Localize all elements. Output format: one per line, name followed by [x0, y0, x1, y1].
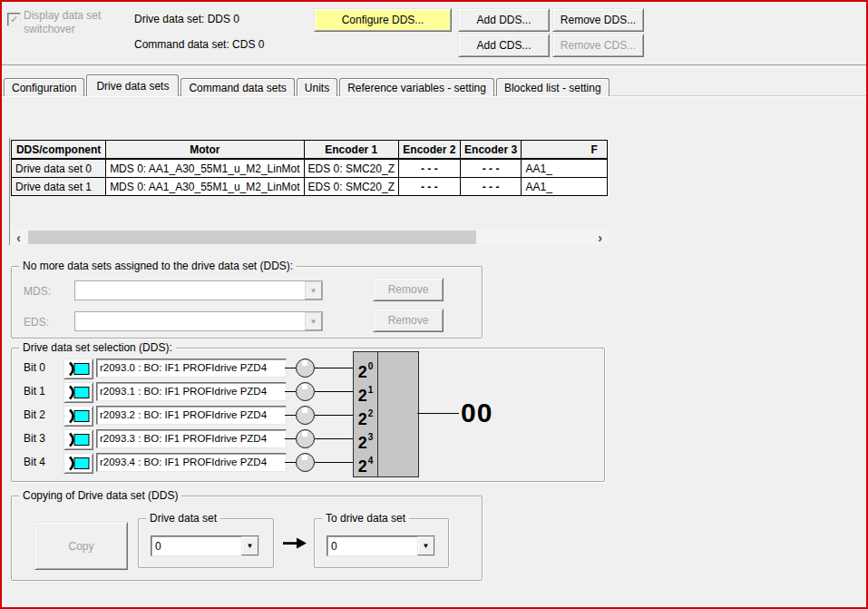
table-cell: - - -: [398, 178, 460, 196]
eds-combobox: ▼: [74, 311, 323, 331]
power-of-two-label: 22: [354, 406, 376, 426]
scroll-right-icon[interactable]: ›: [592, 230, 608, 245]
binector-node-icon: [296, 429, 315, 448]
power-of-two-label: 23: [354, 429, 376, 449]
node-notch: [302, 455, 307, 460]
bico-interconnect-icon[interactable]: [63, 359, 93, 379]
bit-signal-field[interactable]: r2093.3 : BO: IF1 PROFIdrive PZD4: [96, 429, 287, 448]
wire: [285, 438, 296, 439]
table-body: Drive data set 0MDS 0: AA1_A30_55M1_u_M2…: [12, 159, 608, 196]
check-icon: ✓: [10, 15, 18, 25]
power-of-two-label: 21: [354, 382, 376, 402]
table-row: Drive data set 0MDS 0: AA1_A30_55M1_u_M2…: [12, 159, 608, 178]
bit-signal-field[interactable]: r2093.0 : BO: IF1 PROFIdrive PZD4: [96, 359, 287, 378]
power-of-two-label: 20: [354, 359, 376, 378]
dds-selection-title: Drive data set selection (DDS):: [19, 341, 176, 354]
top-panel-divider: [2, 64, 866, 68]
column-header: Encoder 1: [304, 141, 398, 160]
table-cell: - - -: [398, 159, 460, 178]
column-header: F: [522, 141, 608, 160]
column-header: Motor: [106, 141, 304, 160]
bit-row-0: Bit 0r2093.0 : BO: IF1 PROFIdrive PZD4: [13, 359, 602, 378]
scroll-left-icon[interactable]: ‹: [11, 230, 26, 245]
node-notch: [302, 384, 307, 389]
mds-combobox-arrow-icon: ▼: [305, 281, 322, 300]
node-notch: [302, 431, 307, 437]
binector-node-icon: [296, 406, 315, 425]
bico-interconnect-icon[interactable]: [63, 429, 93, 450]
add-dds-button[interactable]: Add DDS...: [458, 8, 550, 32]
power-of-two-label: 24: [354, 453, 376, 473]
column-header: DDS/component: [12, 141, 106, 160]
copy-from-combobox[interactable]: 0 ▼: [151, 535, 259, 556]
tab-command-data-sets[interactable]: Command data sets: [180, 78, 294, 96]
drive-data-set-status: Drive data set: DDS 0: [134, 13, 239, 25]
copy-button: Copy: [34, 522, 128, 570]
table-cell: EDS 0: SMC20_Z: [304, 178, 398, 196]
copy-to-title: To drive data set: [322, 512, 409, 525]
tab-drive-data-sets[interactable]: Drive data sets: [86, 74, 179, 96]
remove-mds-button: Remove: [373, 278, 444, 301]
copy-from-value: 0: [151, 540, 241, 553]
copy-direction-arrow-icon: [282, 537, 307, 549]
table-cell: MDS 0: AA1_A30_55M1_u_M2_LinMot: [106, 178, 304, 196]
wire: [315, 391, 353, 392]
dds-settings-screen: ✓ Display data set switchover Drive data…: [0, 0, 868, 609]
bit-signal-field[interactable]: r2093.1 : BO: IF1 PROFIdrive PZD4: [96, 382, 287, 401]
tab-reference-variables-setting[interactable]: Reference variables - setting: [339, 78, 494, 96]
dds-component-table-viewport: DDS/componentMotorEncoder 1Encoder 2Enco…: [9, 138, 608, 245]
table-cell: EDS 0: SMC20_Z: [304, 159, 398, 178]
bit-label: Bit 2: [24, 408, 45, 421]
copy-group-title: Copying of Drive data set (DDS): [19, 489, 181, 502]
horizontal-scrollbar[interactable]: ‹ ›: [11, 230, 608, 245]
binector-node-icon: [296, 453, 315, 472]
tab-units[interactable]: Units: [297, 78, 337, 96]
wire: [315, 462, 353, 463]
add-cds-button[interactable]: Add CDS...: [458, 34, 550, 57]
summing-block-divider: [377, 352, 378, 476]
node-notch: [302, 360, 307, 366]
remove-dds-button[interactable]: Remove DDS...: [552, 8, 644, 32]
wire: [285, 391, 296, 392]
configure-dds-button[interactable]: Configure DDS...: [314, 8, 452, 32]
column-header: Encoder 2: [398, 141, 460, 160]
column-header: Encoder 3: [460, 141, 522, 160]
eds-label: EDS:: [24, 316, 49, 329]
bico-interconnect-icon[interactable]: [63, 453, 93, 474]
row-header-cell[interactable]: Drive data set 1: [12, 178, 106, 196]
dds-component-table: DDS/componentMotorEncoder 1Encoder 2Enco…: [11, 140, 608, 196]
scrollbar-thumb[interactable]: [28, 231, 476, 244]
bit-row-1: Bit 1r2093.1 : BO: IF1 PROFIdrive PZD4: [13, 382, 602, 401]
remove-eds-button: Remove: [373, 309, 444, 332]
command-data-set-status: Command data set: CDS 0: [134, 38, 264, 51]
summing-block: 2021222324: [353, 351, 419, 477]
bit-signal-field[interactable]: r2093.4 : BO: IF1 PROFIdrive PZD4: [96, 453, 287, 472]
wire: [285, 415, 296, 416]
tab-configuration[interactable]: Configuration: [4, 78, 84, 96]
remove-cds-button: Remove CDS...: [552, 34, 644, 57]
bit-label: Bit 0: [24, 361, 45, 374]
bico-interconnect-icon[interactable]: [63, 406, 93, 427]
wire: [285, 462, 296, 463]
copy-from-arrow-icon[interactable]: ▼: [241, 536, 258, 555]
bit-label: Bit 3: [24, 432, 45, 445]
wire: [285, 368, 296, 368]
table-cell: MDS 0: AA1_A30_55M1_u_M2_LinMot: [106, 159, 304, 178]
tab-blocked-list-setting[interactable]: Blocked list - setting: [496, 78, 610, 96]
bit-label: Bit 4: [24, 456, 45, 468]
copy-to-combobox[interactable]: 0 ▼: [327, 535, 435, 556]
table-cell: AA1_: [522, 159, 608, 178]
table-cell: AA1_: [522, 178, 608, 196]
tab-strip: ConfigurationDrive data setsCommand data…: [4, 75, 611, 96]
display-dataset-switchover-label: Display data set switchover: [24, 9, 128, 36]
unassigned-group-title: No more data sets assigned to the drive …: [19, 260, 297, 272]
row-header-cell[interactable]: Drive data set 0: [12, 159, 106, 178]
bit-row-3: Bit 3r2093.3 : BO: IF1 PROFIdrive PZD4: [13, 429, 602, 448]
bico-interconnect-icon[interactable]: [63, 382, 93, 403]
bit-signal-field[interactable]: r2093.2 : BO: IF1 PROFIdrive PZD4: [96, 406, 287, 425]
node-notch: [302, 408, 307, 413]
table-row: Drive data set 1MDS 0: AA1_A30_55M1_u_M2…: [12, 178, 608, 196]
output-wire: [417, 413, 459, 414]
copy-to-arrow-icon[interactable]: ▼: [417, 536, 434, 555]
wire: [315, 415, 353, 416]
